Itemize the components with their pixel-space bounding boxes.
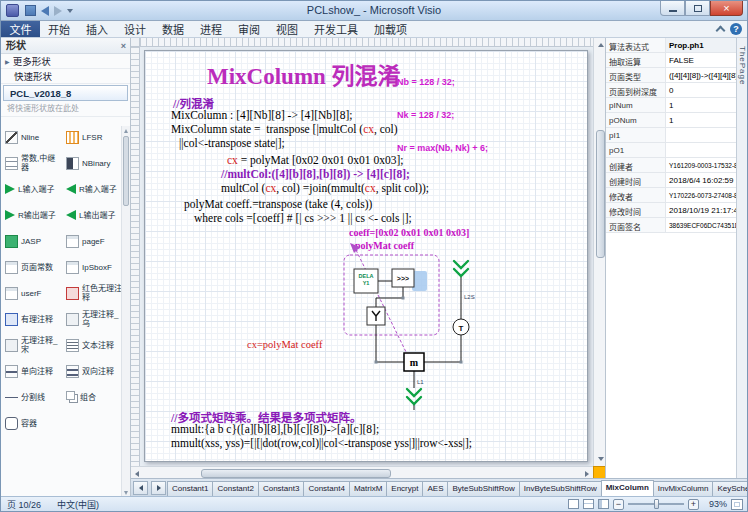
stencil-item-lfsr[interactable]: LFSR	[63, 126, 124, 148]
stencil-item-comment-song[interactable]: 无理注释_宋	[2, 334, 63, 356]
drawing-page[interactable]: MixColumn 列混淆 Nb = 128 / 32; Nk = 128 / …	[144, 50, 588, 462]
page-number-indicator[interactable]: 页 10/26	[7, 498, 41, 511]
scrollbar-thumb[interactable]	[201, 469, 391, 478]
fit-page-icon[interactable]	[731, 499, 743, 510]
redo-icon[interactable]	[54, 6, 62, 16]
next-page-icon	[157, 485, 161, 491]
scrollbar-thumb[interactable]	[596, 130, 605, 258]
more-shapes-button[interactable]: ▶ 更多形状	[1, 54, 130, 69]
stencil-tab[interactable]: PCL_v2018_8	[3, 85, 128, 101]
scroll-up-icon[interactable]	[598, 43, 604, 47]
stencil-item-container[interactable]: 容器	[2, 412, 63, 434]
ribbon-file-tab[interactable]: 文件	[1, 21, 40, 37]
pan-view-icon[interactable]	[598, 499, 609, 509]
page-tab[interactable]: KeySchedule	[712, 481, 747, 496]
stencil-item-page-constant[interactable]: 页面常数	[2, 256, 63, 278]
thepage-panel-tab[interactable]: ThePage	[738, 46, 747, 85]
scroll-down-icon[interactable]	[124, 491, 128, 495]
binary-icon	[66, 157, 79, 170]
ribbon-tab-process[interactable]: 进程	[192, 21, 230, 37]
scroll-up-icon[interactable]	[124, 129, 128, 133]
ribbon-tab-home[interactable]: 开始	[40, 21, 78, 37]
stencil-item-l-input[interactable]: L输入端子	[2, 178, 63, 200]
ribbon-tab-view[interactable]: 视图	[268, 21, 306, 37]
page-tab[interactable]: Constant4	[303, 481, 349, 496]
zoom-out-button[interactable]: −	[613, 499, 624, 510]
zoom-in-button[interactable]: +	[688, 499, 699, 510]
ribbon-tab-insert[interactable]: 插入	[78, 21, 116, 37]
zoom-level[interactable]: 93%	[703, 499, 727, 509]
stencil-item-jasp[interactable]: JASP	[2, 230, 63, 252]
zoom-slider-thumb[interactable]	[654, 499, 659, 509]
delay-shape[interactable]: DELA Y1	[354, 269, 378, 293]
stencil-item-r-output[interactable]: R输出端子	[2, 204, 63, 226]
page-tab[interactable]: Constant3	[258, 481, 304, 496]
page-tab-active[interactable]: MixColumn	[601, 480, 654, 496]
collapse-ribbon-icon[interactable]	[716, 26, 726, 36]
stencil-item-oneway-comment[interactable]: 单向注释	[2, 360, 63, 382]
stencil-item-text-comment[interactable]: 文本注释	[63, 334, 124, 356]
fullscreen-view-icon[interactable]	[583, 499, 594, 509]
text-comment-icon	[66, 339, 79, 352]
page-tab[interactable]: Constant2	[212, 481, 258, 496]
xor-shape[interactable]	[367, 307, 385, 325]
page-tab[interactable]: AES	[422, 481, 448, 496]
scroll-down-icon[interactable]	[598, 457, 604, 461]
minimize-button[interactable]	[660, 1, 685, 16]
page-tab[interactable]: MatrixM	[349, 481, 387, 496]
stencil-item-red-comment[interactable]: 红色无理注释	[63, 282, 124, 304]
stencil-item-ipsboxf[interactable]: IpSboxF	[63, 256, 124, 278]
input-arrow-icon[interactable]	[454, 261, 468, 276]
output-terminal-icon	[5, 210, 15, 220]
stencil-item-nbinary[interactable]: NBinary	[63, 152, 124, 174]
visio-app-icon[interactable]	[6, 4, 19, 17]
transpose-shape[interactable]: T	[453, 319, 469, 335]
scroll-right-icon[interactable]	[585, 471, 589, 477]
scroll-left-icon[interactable]	[135, 471, 139, 477]
shapes-panel-scrollbar[interactable]	[121, 126, 130, 498]
ribbon-tab-developer[interactable]: 开发工具	[306, 21, 366, 37]
ribbon-tab-design[interactable]: 设计	[116, 21, 154, 37]
qat-dropdown-icon[interactable]	[67, 9, 73, 13]
ribbon-tab-review[interactable]: 审阅	[230, 21, 268, 37]
normal-view-icon[interactable]	[568, 499, 579, 509]
stencil-item-divider[interactable]: 分割线	[2, 386, 63, 408]
help-icon[interactable]: ?	[730, 23, 742, 35]
mmult-shape[interactable]: m	[404, 353, 424, 371]
stencil-item-r-input[interactable]: R输入端子	[63, 178, 124, 200]
shift-shape[interactable]: >>>	[392, 269, 414, 287]
ribbon-tab-data[interactable]: 数据	[154, 21, 192, 37]
language-indicator[interactable]: 中文(中国)	[57, 498, 99, 511]
stencil-item-rational-comment[interactable]: 有理注释	[2, 308, 63, 330]
stencil-item-comment-wu[interactable]: 无理注释_乌	[63, 308, 124, 330]
horizontal-ruler	[140, 38, 593, 47]
page-tab[interactable]: InvByteSubShiftRow	[519, 481, 602, 496]
minimize-icon	[669, 10, 677, 12]
shape-data-row: 页面签名38639ECF06DC74351DE261DE3D97AF43YH2Q…	[606, 218, 736, 233]
quick-shapes-item[interactable]: 快速形状	[1, 69, 130, 84]
more-shapes-arrow-icon: ▶	[5, 58, 10, 65]
maximize-button[interactable]	[685, 1, 710, 16]
zoom-slider[interactable]	[628, 503, 684, 505]
scrollbar-thumb[interactable]	[123, 136, 129, 206]
output-arrow-icon[interactable]	[407, 389, 421, 404]
ribbon-tab-addins[interactable]: 加载项	[366, 21, 415, 37]
page-constant-icon	[5, 261, 18, 274]
page-tab[interactable]: InvMixColumn	[653, 481, 714, 496]
undo-icon[interactable]	[41, 6, 49, 16]
stencil-item-nline[interactable]: Nline	[2, 126, 63, 148]
close-button[interactable]: ×	[710, 1, 743, 16]
page-nav-prev-button[interactable]	[133, 481, 148, 495]
stencil-item-constant[interactable]: 常数,中继器	[2, 152, 63, 174]
page-tab[interactable]: Constant1	[167, 481, 213, 496]
stencil-item-twoway-comment[interactable]: 双向注释	[63, 360, 124, 382]
save-icon[interactable]	[25, 5, 36, 16]
stencil-item-pagef[interactable]: pageF	[63, 230, 124, 252]
page-tab[interactable]: ByteSubShiftRow	[447, 481, 519, 496]
stencil-item-group[interactable]: 组合	[63, 386, 124, 408]
page-nav-next-button[interactable]	[151, 481, 166, 495]
stencil-item-l-output[interactable]: L输出端子	[63, 204, 124, 226]
page-tab[interactable]: Encrypt	[386, 481, 423, 496]
stencil-item-userf[interactable]: userF	[2, 282, 63, 304]
shapes-panel-close-icon[interactable]: ×	[121, 39, 126, 54]
